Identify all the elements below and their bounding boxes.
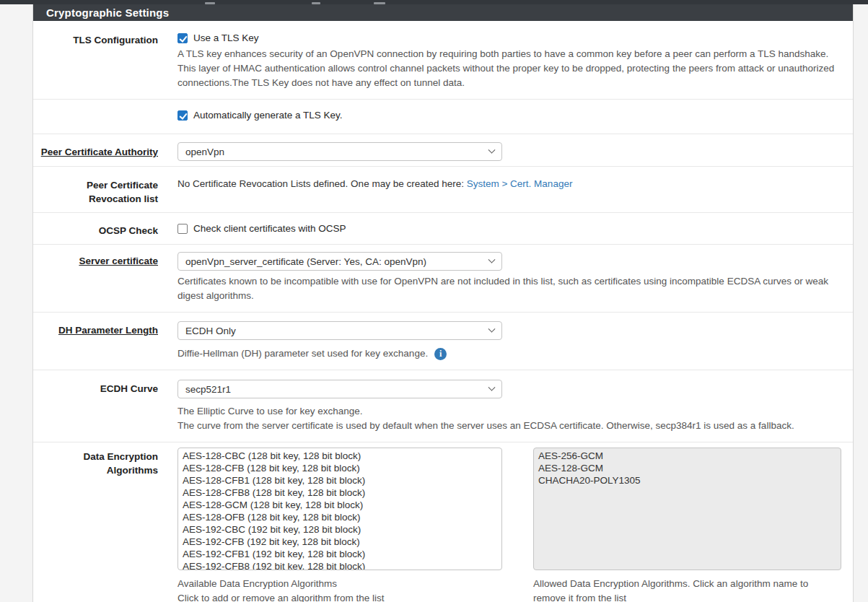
available-algorithm-option[interactable]: AES-192-CFB8 (192 bit key, 128 bit block… (183, 560, 501, 570)
chevron-down-icon (488, 325, 496, 332)
server-certificate-help-text: Certificates known to be incompatible wi… (177, 274, 843, 303)
empty-label (33, 100, 177, 134)
auto-generate-tls-key-checkbox[interactable] (177, 110, 188, 121)
chevron-down-icon (488, 383, 496, 391)
server-certificate-value: openVpn_server_certificate (Server: Yes,… (185, 256, 426, 267)
allowed-caption: Allowed Data Encryption Algorithms. Clic… (533, 577, 841, 602)
navbar-text-remnant (205, 2, 215, 4)
navbar-text-remnant (374, 2, 385, 4)
dh-parameter-length-select[interactable]: ECDH Only (177, 321, 502, 340)
peer-certificate-revocation-label: Peer Certificate Revocation list (33, 167, 177, 212)
row-data-encryption-algorithms: Data Encryption Algorithms AES-128-CBC (… (33, 442, 853, 602)
row-ecdh-curve: ECDH Curve secp521r1 The Elliptic Curve … (33, 370, 853, 442)
allowed-algorithm-option[interactable]: AES-256-GCM (538, 450, 841, 462)
dh-parameter-length-value: ECDH Only (185, 326, 236, 336)
available-algorithm-option[interactable]: AES-192-CFB1 (192 bit key, 128 bit block… (183, 548, 501, 560)
allowed-algorithm-option[interactable]: CHACHA20-POLY1305 (538, 474, 841, 487)
ecdh-curve-label: ECDH Curve (33, 370, 177, 442)
ocsp-check-label: OCSP Check (33, 213, 177, 244)
available-algorithm-option[interactable]: AES-192-CFB (192 bit key, 128 bit block) (183, 536, 501, 548)
available-algorithm-option[interactable]: AES-128-CFB1 (128 bit key, 128 bit block… (183, 474, 501, 487)
dh-parameter-help-text: Diffie-Hellman (DH) parameter set used f… (177, 348, 428, 359)
use-tls-key-checkbox[interactable] (177, 33, 188, 43)
ecdh-curve-value: secp521r1 (185, 384, 231, 395)
top-navbar-clipped (0, 0, 868, 4)
dh-parameter-length-label: DH Parameter Length (58, 325, 158, 336)
server-certificate-label: Server certificate (79, 256, 158, 266)
available-algorithm-option[interactable]: AES-128-CBC (128 bit key, 128 bit block) (183, 450, 501, 462)
ecdh-curve-select[interactable]: secp521r1 (177, 380, 502, 398)
server-certificate-select[interactable]: openVpn_server_certificate (Server: Yes,… (177, 252, 502, 271)
row-peer-certificate-revocation: Peer Certificate Revocation list No Cert… (33, 167, 853, 213)
crl-status-text: No Certificate Revocation Lists defined.… (177, 178, 467, 189)
available-algorithm-option[interactable]: AES-128-CFB (128 bit key, 128 bit block) (183, 462, 501, 474)
available-caption-line2: Click to add or remove an algorithm from… (177, 591, 502, 602)
allowed-algorithm-option[interactable]: AES-128-GCM (538, 462, 841, 474)
info-icon[interactable] (434, 348, 447, 360)
chevron-down-icon (488, 256, 496, 263)
data-encryption-algorithms-label: Data Encryption Algorithms (33, 442, 177, 602)
peer-certificate-authority-select[interactable]: openVpn (177, 142, 502, 161)
available-caption-line1: Available Data Encryption Algorithms (177, 577, 502, 591)
use-tls-key-label: Use a TLS Key (193, 32, 259, 43)
available-algorithm-option[interactable]: AES-128-CFB8 (128 bit key, 128 bit block… (183, 487, 501, 499)
cert-manager-link[interactable]: System > Cert. Manager (467, 178, 573, 189)
peer-certificate-authority-label: Peer Certificate Authority (41, 147, 158, 157)
page: Cryptographic Settings TLS Configuration… (0, 0, 868, 602)
navbar-text-remnant (312, 2, 320, 4)
row-tls-configuration: TLS Configuration Use a TLS Key A TLS ke… (33, 21, 853, 100)
chevron-down-icon (488, 146, 496, 153)
tls-key-help-text: A TLS key enhances security of an OpenVP… (177, 47, 843, 90)
available-algorithm-option[interactable]: AES-128-OFB (128 bit key, 128 bit block) (183, 511, 501, 523)
row-dh-parameter-length: DH Parameter Length ECDH Only Diffie-Hel… (33, 313, 853, 370)
row-peer-certificate-authority: Peer Certificate Authority openVpn (33, 134, 853, 167)
tls-configuration-label: TLS Configuration (33, 21, 177, 99)
available-algorithms-list[interactable]: AES-128-CBC (128 bit key, 128 bit block)… (177, 448, 502, 570)
panel-title: Cryptographic Settings (33, 4, 853, 21)
ecdh-curve-help-line1: The Elliptic Curve to use for key exchan… (177, 404, 843, 419)
ocsp-check-checkbox-label: Check client certificates with OCSP (193, 223, 346, 234)
row-server-certificate: Server certificate openVpn_server_certif… (33, 245, 853, 313)
ecdh-curve-help-line2: The curve from the server certificate is… (177, 419, 843, 433)
allowed-algorithms-list[interactable]: AES-256-GCMAES-128-GCMCHACHA20-POLY1305 (533, 448, 841, 570)
row-tls-auto-generate: Automatically generate a TLS Key. (33, 100, 853, 134)
row-ocsp-check: OCSP Check Check client certificates wit… (33, 213, 853, 245)
available-algorithm-option[interactable]: AES-128-GCM (128 bit key, 128 bit block) (183, 499, 501, 511)
peer-certificate-authority-value: openVpn (185, 147, 224, 157)
auto-generate-tls-key-label: Automatically generate a TLS Key. (193, 110, 343, 121)
ocsp-check-checkbox[interactable] (177, 224, 188, 234)
available-algorithm-option[interactable]: AES-192-CBC (192 bit key, 128 bit block) (183, 523, 501, 536)
cryptographic-settings-panel: Cryptographic Settings TLS Configuration… (32, 4, 854, 602)
